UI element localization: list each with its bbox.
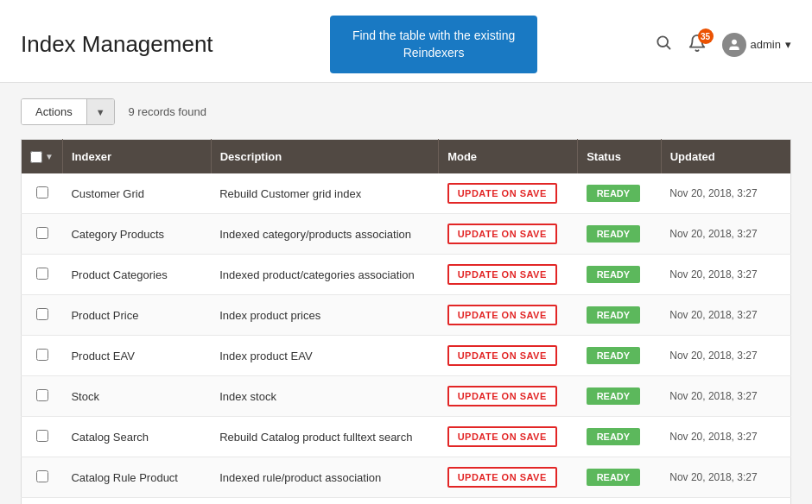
toolbar: Actions ▼ 9 records found — [21, 98, 791, 125]
select-all-checkbox[interactable] — [30, 151, 42, 163]
row-description: Indexed category/products association — [211, 214, 438, 255]
row-status: READY — [578, 336, 662, 376]
table-row: Catalog Rule Product Indexed rule/produc… — [22, 457, 791, 498]
actions-dropdown[interactable]: Actions ▼ — [21, 98, 115, 125]
th-mode: Mode — [439, 140, 578, 174]
row-mode[interactable]: UPDATE ON SAVE — [439, 173, 578, 214]
row-description: Index product prices — [211, 295, 438, 336]
actions-arrow-icon[interactable]: ▼ — [87, 99, 114, 124]
mode-badge[interactable]: UPDATE ON SAVE — [447, 345, 557, 366]
status-badge: READY — [587, 387, 641, 405]
row-checkbox-cell — [22, 336, 63, 376]
row-mode[interactable]: UPDATE ON SAVE — [439, 336, 578, 376]
status-badge: READY — [587, 306, 641, 324]
row-indexer: Catalog Rule Product — [62, 457, 211, 498]
row-indexer: Customer Grid — [62, 173, 211, 214]
row-updated: Nov 20, 2018, 3:27 — [661, 173, 790, 214]
status-badge: READY — [587, 185, 641, 202]
row-checkbox[interactable] — [36, 430, 48, 442]
row-status: READY — [578, 457, 662, 498]
status-badge: READY — [587, 225, 641, 243]
row-checkbox[interactable] — [36, 308, 48, 320]
table-header-row: ▼ Indexer Description Mode Status Update… — [22, 140, 791, 174]
mode-badge[interactable]: UPDATE ON SAVE — [447, 386, 557, 406]
row-updated: Nov 20, 2018, 3:27 — [661, 457, 790, 498]
table-row: Customer Grid Rebuild Customer grid inde… — [22, 173, 791, 214]
table-row: Product Categories Indexed product/categ… — [22, 255, 791, 295]
status-badge: READY — [587, 469, 641, 486]
row-updated: Nov 20, 2018, 3:27 — [661, 255, 790, 295]
row-mode[interactable]: UPDATE ON SAVE — [439, 255, 578, 295]
notifications-bell[interactable]: 35 — [688, 34, 707, 55]
user-menu[interactable]: admin ▾ — [722, 33, 791, 57]
th-indexer: Indexer — [62, 140, 211, 174]
row-checkbox[interactable] — [36, 389, 48, 401]
svg-line-1 — [666, 46, 669, 49]
row-indexer: Product Categories — [62, 255, 211, 295]
row-checkbox-cell — [22, 457, 63, 498]
row-indexer: Catalog Search — [62, 417, 211, 457]
table-row: Product Price Index product prices UPDAT… — [22, 295, 791, 336]
row-checkbox-cell — [22, 255, 63, 295]
row-updated: Nov 20, 2018, 3:27 — [661, 336, 790, 376]
mode-badge[interactable]: UPDATE ON SAVE — [447, 264, 557, 285]
row-description: Indexed product/rule association — [211, 498, 438, 504]
notification-badge: 35 — [698, 28, 714, 44]
user-name: admin — [751, 38, 781, 51]
th-updated: Updated — [661, 140, 790, 174]
select-all-arrow[interactable]: ▼ — [45, 152, 54, 161]
row-description: Rebuild Catalog product fulltext search — [211, 417, 438, 457]
row-status: READY — [578, 295, 662, 336]
index-table: ▼ Indexer Description Mode Status Update… — [21, 139, 791, 504]
row-mode[interactable]: UPDATE ON SAVE — [439, 214, 578, 255]
mode-badge[interactable]: UPDATE ON SAVE — [447, 426, 557, 447]
svg-point-2 — [732, 40, 736, 44]
row-checkbox-cell — [22, 417, 63, 457]
mode-badge[interactable]: UPDATE ON SAVE — [447, 224, 557, 244]
row-description: Index stock — [211, 376, 438, 417]
row-mode[interactable]: UPDATE ON SAVE — [439, 376, 578, 417]
row-description: Indexed product/categories association — [211, 255, 438, 295]
row-checkbox-cell — [22, 376, 63, 417]
row-updated: Nov 20, 2018, 3:27 — [661, 498, 790, 504]
status-badge: READY — [587, 428, 641, 445]
mode-badge[interactable]: UPDATE ON SAVE — [447, 305, 557, 325]
actions-label: Actions — [22, 99, 87, 124]
row-checkbox[interactable] — [36, 227, 48, 239]
row-mode[interactable]: UPDATE ON SAVE — [439, 457, 578, 498]
mode-badge[interactable]: UPDATE ON SAVE — [447, 467, 557, 488]
status-badge: READY — [587, 347, 641, 364]
user-menu-arrow: ▾ — [785, 38, 791, 51]
row-checkbox[interactable] — [36, 268, 48, 280]
row-status: READY — [578, 498, 662, 504]
row-status: READY — [578, 214, 662, 255]
row-updated: Nov 20, 2018, 3:27 — [661, 214, 790, 255]
row-indexer: Catalog Product Rule — [62, 498, 211, 504]
row-status: READY — [578, 173, 662, 214]
row-description: Indexed rule/product association — [211, 457, 438, 498]
row-status: READY — [578, 376, 662, 417]
mode-badge[interactable]: UPDATE ON SAVE — [447, 183, 557, 204]
row-mode[interactable]: UPDATE ON SAVE — [439, 295, 578, 336]
tooltip-banner[interactable]: Find the table with the existing Reindex… — [330, 16, 537, 73]
row-status: READY — [578, 255, 662, 295]
table-row: Product EAV Index product EAV UPDATE ON … — [22, 336, 791, 376]
table-row: Category Products Indexed category/produ… — [22, 214, 791, 255]
th-status: Status — [578, 140, 662, 174]
row-checkbox[interactable] — [36, 186, 48, 198]
row-mode[interactable]: UPDATE ON SAVE — [439, 498, 578, 504]
row-updated: Nov 20, 2018, 3:27 — [661, 417, 790, 457]
row-checkbox-cell — [22, 295, 63, 336]
row-checkbox-cell — [22, 214, 63, 255]
row-indexer: Stock — [62, 376, 211, 417]
content-area: Actions ▼ 9 records found ▼ Indexer Desc… — [0, 83, 812, 504]
row-checkbox[interactable] — [36, 470, 48, 482]
search-button[interactable] — [655, 34, 672, 55]
row-status: READY — [578, 417, 662, 457]
row-checkbox[interactable] — [36, 349, 48, 361]
row-mode[interactable]: UPDATE ON SAVE — [439, 417, 578, 457]
row-indexer: Category Products — [62, 214, 211, 255]
row-description: Index product EAV — [211, 336, 438, 376]
row-indexer: Product EAV — [62, 336, 211, 376]
status-badge: READY — [587, 266, 641, 283]
